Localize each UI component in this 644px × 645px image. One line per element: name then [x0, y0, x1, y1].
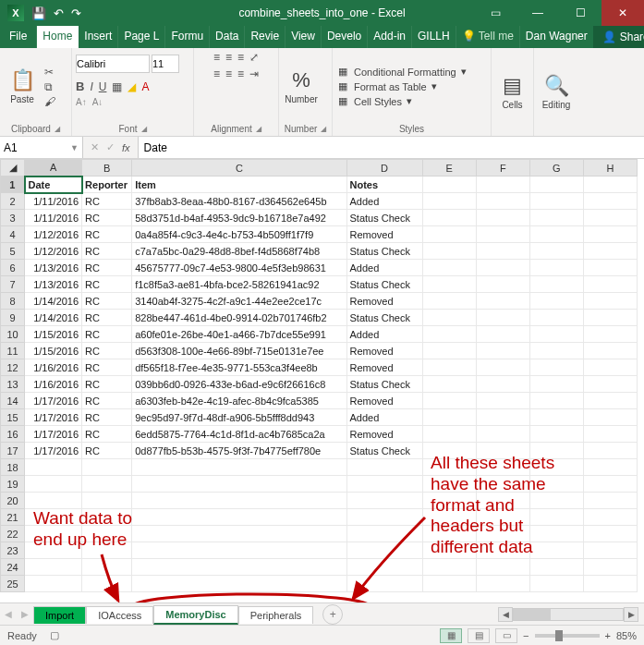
align-right-icon[interactable]: ≡ [237, 67, 244, 80]
cell[interactable]: Removed [346, 359, 422, 376]
tab-page-layout[interactable]: Page L [118, 26, 165, 48]
align-center-icon[interactable]: ≡ [225, 67, 232, 80]
tab-review[interactable]: Revie [245, 26, 286, 48]
save-icon[interactable]: 💾 [31, 6, 46, 20]
sheet-nav-next-icon[interactable]: ▶ [17, 609, 33, 619]
zoom-slider[interactable] [535, 634, 600, 638]
cell[interactable]: 039bb6d0-0926-433e-b6ad-e9c6f26616c8 [132, 376, 346, 393]
scroll-left-icon[interactable]: ◀ [498, 607, 513, 622]
sheet-tab-ioaccess[interactable]: IOAccess [86, 606, 153, 624]
name-box[interactable]: A1▼ [0, 137, 83, 158]
minimize-button[interactable]: — [516, 0, 559, 26]
cell[interactable]: Removed [346, 293, 422, 310]
row-header[interactable]: 12 [1, 359, 25, 376]
cell[interactable]: 37fb8ab3-8eaa-48b0-8167-d364562e645b [132, 193, 346, 210]
cell[interactable]: RC [82, 310, 132, 326]
border-button[interactable]: ▦ [112, 80, 122, 93]
copy-icon[interactable]: ⧉ [44, 80, 55, 93]
dialog-launcher-icon[interactable]: ◢ [55, 125, 60, 133]
worksheet-grid[interactable]: ◢ A B C D E F G H 1DateReporterItemNotes… [0, 159, 644, 592]
number-format-button[interactable]: %Number [283, 68, 320, 104]
cell[interactable]: 1/12/2016 [25, 226, 82, 243]
cell[interactable]: 1/15/2016 [25, 326, 82, 343]
tab-developer[interactable]: Develo [322, 26, 368, 48]
cancel-formula-icon[interactable]: ✕ [91, 141, 99, 153]
cell[interactable]: Status Check [346, 376, 422, 393]
col-header-G[interactable]: G [529, 160, 583, 176]
cell[interactable]: Status Check [346, 210, 422, 226]
cell[interactable]: Date [25, 176, 82, 193]
macro-record-icon[interactable]: ▢ [50, 629, 59, 641]
cell[interactable]: 6edd5875-7764-4c1d-8f1d-ac4b7685ca2a [132, 426, 346, 443]
row-header[interactable]: 3 [1, 210, 25, 226]
tab-custom[interactable]: GILLH [412, 26, 456, 48]
cell-styles-button[interactable]: ▦Cell Styles ▾ [336, 95, 467, 107]
cell[interactable]: Notes [346, 176, 422, 193]
scroll-right-icon[interactable]: ▶ [624, 607, 638, 622]
cell[interactable]: 1/17/2016 [25, 443, 82, 459]
orientation-icon[interactable]: ⤢ [249, 51, 259, 64]
row-header[interactable]: 17 [1, 443, 25, 459]
undo-icon[interactable]: ↶ [54, 6, 64, 20]
cell[interactable]: RC [82, 226, 132, 243]
cell[interactable]: 1/17/2016 [25, 426, 82, 443]
italic-button[interactable]: I [90, 80, 92, 93]
ribbon-options-icon[interactable]: ▭ [474, 0, 516, 26]
paste-button[interactable]: 📋Paste [4, 68, 41, 104]
editing-button[interactable]: 🔍Editing [538, 74, 575, 110]
fill-color-button[interactable]: ◢ [128, 80, 136, 93]
col-header-F[interactable]: F [476, 160, 529, 176]
row-header[interactable]: 6 [1, 260, 25, 276]
cell[interactable]: c7a7a5bc-0a29-48d8-8bef-f4d5868f74b8 [132, 243, 346, 260]
fx-icon[interactable]: fx [122, 142, 130, 153]
cell[interactable]: Removed [346, 343, 422, 359]
tab-home[interactable]: Home [37, 26, 79, 48]
row-header[interactable]: 20 [1, 493, 25, 509]
cell[interactable]: f1c8f5a3-ae81-4bfa-bce2-58261941ac92 [132, 276, 346, 293]
tab-addins[interactable]: Add-in [368, 26, 412, 48]
row-header[interactable]: 16 [1, 426, 25, 443]
redo-icon[interactable]: ↷ [71, 6, 81, 20]
col-header-C[interactable]: C [132, 160, 346, 176]
chevron-down-icon[interactable]: ▼ [70, 143, 79, 152]
row-header[interactable]: 1 [1, 176, 25, 193]
view-page-break-button[interactable]: ▭ [495, 628, 517, 643]
cell[interactable]: RC [82, 409, 132, 426]
cell[interactable]: 1/16/2016 [25, 359, 82, 376]
row-header[interactable]: 25 [1, 576, 25, 592]
align-top-icon[interactable]: ≡ [213, 51, 220, 64]
sheet-tab-memorydisc[interactable]: MemoryDisc [153, 605, 237, 625]
format-as-table-button[interactable]: ▦Format as Table ▾ [336, 80, 467, 92]
cell[interactable]: Status Check [346, 243, 422, 260]
share-button[interactable]: 👤Share [593, 26, 644, 48]
cell[interactable]: RC [82, 343, 132, 359]
bold-button[interactable]: B [76, 79, 84, 93]
row-header[interactable]: 24 [1, 559, 25, 576]
font-color-button[interactable]: A [141, 80, 149, 93]
tab-file[interactable]: File [0, 26, 37, 48]
cell[interactable]: 0a4a85f4-c9c3-4e4c-b753-4b509ff1f7f9 [132, 226, 346, 243]
row-header[interactable]: 18 [1, 459, 25, 476]
close-button[interactable]: ✕ [601, 0, 644, 26]
row-header[interactable]: 7 [1, 276, 25, 293]
maximize-button[interactable]: ☐ [559, 0, 601, 26]
cell[interactable]: 1/15/2016 [25, 343, 82, 359]
tab-insert[interactable]: Insert [79, 26, 118, 48]
sheet-nav-prev-icon[interactable]: ◀ [0, 609, 17, 619]
cell[interactable]: Added [346, 260, 422, 276]
cell[interactable]: 1/13/2016 [25, 276, 82, 293]
row-header[interactable]: 15 [1, 409, 25, 426]
conditional-formatting-button[interactable]: ▦Conditional Formatting ▾ [336, 66, 467, 78]
formula-input[interactable]: Date [139, 137, 644, 158]
cell[interactable]: RC [82, 260, 132, 276]
cell[interactable]: Removed [346, 226, 422, 243]
cell[interactable]: a6303feb-b42e-4c19-afec-8b4c9fca5385 [132, 393, 346, 409]
font-size-input[interactable] [152, 55, 179, 73]
cell[interactable]: RC [82, 243, 132, 260]
cell[interactable]: RC [82, 326, 132, 343]
cell[interactable]: a60fe01e-26be-40e1-a466-7b7dce55e991 [132, 326, 346, 343]
new-sheet-button[interactable]: + [322, 604, 343, 625]
horizontal-scrollbar[interactable]: ◀ ▶ [498, 607, 638, 622]
align-left-icon[interactable]: ≡ [213, 67, 220, 80]
row-header[interactable]: 13 [1, 376, 25, 393]
